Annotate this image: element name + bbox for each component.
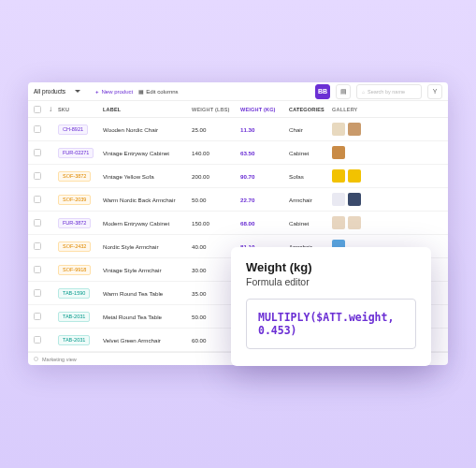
- category-cell: Chair: [289, 126, 332, 133]
- row-checkbox[interactable]: [34, 242, 41, 250]
- col-weight-kg[interactable]: WEIGHT (KG): [240, 107, 289, 112]
- product-label: Velvet Green Armchair: [103, 337, 192, 344]
- filter-button[interactable]: Y: [427, 84, 442, 99]
- search-icon: ⌕: [362, 89, 365, 95]
- weight-lbs-cell: 50.00: [192, 197, 240, 203]
- table-row[interactable]: SOF-2039Warm Nordic Back Armchair50.0022…: [28, 188, 448, 212]
- sku-chip[interactable]: FUR-02271: [58, 148, 94, 158]
- product-label: Metal Round Tea Table: [103, 314, 192, 320]
- sku-chip[interactable]: SOF-9918: [58, 265, 91, 275]
- plus-icon: +: [95, 89, 99, 95]
- table-row[interactable]: FUR-02271Vintage Entryway Cabinet140.006…: [28, 141, 448, 165]
- formula-subtitle: Formula editor: [246, 276, 416, 287]
- row-checkbox[interactable]: [34, 336, 41, 344]
- table-row[interactable]: SOF-3872Vintage Yellow Sofa200.0090.70So…: [28, 165, 448, 188]
- weight-lbs-cell: 200.00: [192, 173, 240, 180]
- edit-columns-button[interactable]: ▦ Edit columns: [138, 88, 178, 95]
- weight-kg-cell: 90.70: [240, 173, 289, 180]
- row-checkbox[interactable]: [34, 125, 41, 133]
- chevron-down-icon: [75, 90, 80, 93]
- gallery-thumb[interactable]: [332, 123, 345, 136]
- scope-label: All products: [34, 88, 65, 95]
- sku-chip[interactable]: CH-8921: [58, 124, 88, 135]
- new-product-button[interactable]: + New product: [95, 89, 133, 95]
- formula-title: Weight (kg): [246, 260, 416, 274]
- scope-dropdown[interactable]: All products: [34, 88, 90, 95]
- product-label: Modern Entryway Cabinet: [103, 220, 192, 227]
- col-label[interactable]: LABEL: [103, 107, 192, 112]
- gallery-thumb[interactable]: [348, 193, 361, 206]
- gallery-thumb[interactable]: [348, 123, 361, 136]
- search-placeholder: Search by name: [368, 89, 405, 95]
- product-label: Vintage Style Armchair: [103, 267, 192, 273]
- sku-chip[interactable]: FUR-3872: [58, 218, 91, 228]
- product-label: Warm Nordic Back Armchair: [103, 197, 192, 203]
- table-row[interactable]: FUR-3872Modern Entryway Cabinet150.0068.…: [28, 212, 448, 235]
- product-label: Vintage Yellow Sofa: [103, 173, 192, 180]
- gallery-thumb[interactable]: [332, 216, 345, 229]
- gallery-thumb[interactable]: [332, 193, 345, 206]
- gallery-thumb[interactable]: [332, 146, 345, 159]
- sku-chip[interactable]: TAB-2031: [58, 312, 90, 322]
- layout-icon: ▤: [340, 88, 347, 95]
- row-checkbox[interactable]: [34, 219, 41, 227]
- formula-input[interactable]: MULTIPLY($ATT.weight, 0.453): [246, 299, 416, 349]
- weight-kg-cell: 63.50: [240, 150, 289, 156]
- toolbar: All products + New product ▦ Edit column…: [28, 82, 448, 101]
- col-weight-lbs[interactable]: WEIGHT (LBS): [192, 107, 240, 112]
- category-cell: Sofas: [289, 173, 332, 180]
- weight-kg-cell: 22.70: [240, 197, 289, 203]
- table-header: ↓ SKU LABEL WEIGHT (LBS) WEIGHT (KG) CAT…: [28, 101, 448, 118]
- category-cell: Armchair: [289, 197, 332, 203]
- gallery-thumb[interactable]: [332, 169, 345, 183]
- grid-icon: BB: [318, 88, 327, 95]
- columns-icon: ▦: [138, 88, 143, 95]
- product-label: Wooden Nordic Chair: [103, 126, 192, 133]
- weight-lbs-cell: 150.00: [192, 220, 240, 227]
- sku-chip[interactable]: TAB-1590: [58, 288, 90, 299]
- layout-button[interactable]: ▤: [336, 84, 351, 99]
- row-checkbox[interactable]: [34, 289, 41, 297]
- row-checkbox[interactable]: [34, 313, 41, 320]
- weight-kg-cell: 11.30: [240, 126, 289, 133]
- sku-chip[interactable]: SOF-2432: [58, 241, 91, 252]
- col-categories[interactable]: CATEGORIES: [289, 107, 332, 112]
- formula-editor-popover: Weight (kg) Formula editor MULTIPLY($ATT…: [231, 247, 431, 366]
- product-label: Nordic Style Armchair: [103, 243, 192, 250]
- row-checkbox[interactable]: [34, 196, 41, 203]
- sort-icon[interactable]: ↓: [49, 105, 58, 113]
- row-checkbox[interactable]: [34, 172, 41, 180]
- select-all-checkbox[interactable]: [34, 106, 41, 113]
- gallery-thumb[interactable]: [348, 216, 361, 229]
- row-checkbox[interactable]: [34, 149, 41, 156]
- new-product-label: New product: [101, 89, 133, 95]
- sku-chip[interactable]: TAB-2031: [58, 335, 90, 345]
- weight-kg-cell: 68.00: [240, 220, 289, 227]
- footer-view-label[interactable]: Marketing view: [42, 357, 77, 362]
- sku-chip[interactable]: SOF-2039: [58, 195, 91, 205]
- table-row[interactable]: CH-8921Wooden Nordic Chair25.0011.30Chai…: [28, 118, 448, 141]
- gallery-thumb[interactable]: [348, 169, 361, 183]
- col-sku[interactable]: SKU: [58, 107, 103, 112]
- row-checkbox[interactable]: [34, 266, 41, 273]
- product-label: Vintage Entryway Cabinet: [103, 150, 192, 156]
- weight-lbs-cell: 25.00: [192, 126, 240, 133]
- category-cell: Cabinet: [289, 150, 332, 156]
- product-label: Warm Round Tea Table: [103, 290, 192, 297]
- view-indicator-icon: [34, 357, 38, 361]
- search-input[interactable]: ⌕ Search by name: [356, 84, 422, 99]
- col-gallery[interactable]: GALLERY: [332, 107, 448, 112]
- sku-chip[interactable]: SOF-3872: [58, 171, 91, 182]
- filter-icon: Y: [433, 88, 438, 95]
- weight-lbs-cell: 140.00: [192, 150, 240, 156]
- view-mode-button[interactable]: BB: [315, 84, 330, 99]
- category-cell: Cabinet: [289, 220, 332, 227]
- edit-columns-label: Edit columns: [146, 89, 178, 95]
